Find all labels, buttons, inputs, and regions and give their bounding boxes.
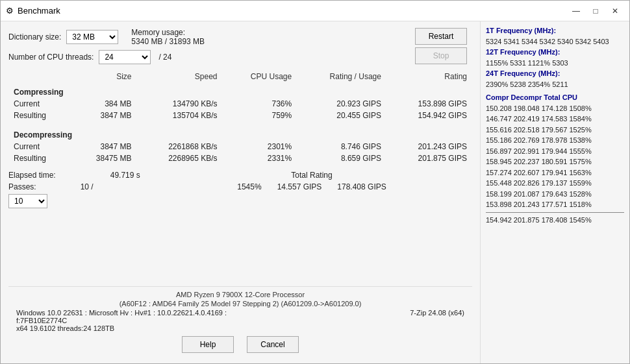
col-rating-usage: Rating / Usage bbox=[297, 71, 386, 82]
passes-label: Passes: bbox=[8, 182, 36, 191]
total-rating-gips1: 14.557 GIPS bbox=[277, 182, 322, 191]
freq-1t-title: 1T Frequency (MHz): bbox=[486, 25, 624, 36]
right-table-header: Compr Decompr Total CPU bbox=[486, 92, 624, 103]
dictionary-select[interactable]: 32 MB 1 MB 64 MB bbox=[66, 30, 118, 44]
passes-row: Passes: 10 / bbox=[8, 182, 151, 191]
total-rating-pct: 1545% bbox=[237, 182, 261, 191]
dictionary-row: Dictionary size: 32 MB 1 MB 64 MB Memory… bbox=[8, 28, 205, 46]
total-rating-gips2: 178.408 GIPS bbox=[337, 182, 386, 191]
table-row: Resulting38475 MB2268965 KB/s2331%8.659 … bbox=[8, 152, 472, 164]
table-row: Resulting3847 MB135704 KB/s759%20.455 GI… bbox=[8, 110, 472, 121]
close-button[interactable]: ✕ bbox=[606, 4, 624, 18]
list-item: 156.897 202.991 179.944 1555% bbox=[486, 146, 624, 157]
title-bar: ⚙ Benchmark — □ ✕ bbox=[1, 1, 629, 21]
freq-24t-vals: 2390% 5238 2354% 5211 bbox=[486, 79, 624, 90]
dictionary-label: Dictionary size: bbox=[8, 32, 61, 42]
passes-value: 10 / bbox=[81, 182, 94, 191]
col-rating: Rating bbox=[386, 71, 472, 82]
sys-info-line5: x64 19.6102 threads:24 128TB bbox=[16, 324, 464, 332]
list-item: 155.448 202.826 179.137 1559% bbox=[486, 178, 624, 189]
passes-select-row: 10 1 2 5 bbox=[8, 194, 151, 208]
memory-usage-value: 5340 MB / 31893 MB bbox=[131, 37, 205, 46]
freq-12t-title: 12T Frequency (MHz): bbox=[486, 47, 624, 58]
footer-buttons: Help Cancel bbox=[16, 336, 464, 353]
minimize-button[interactable]: — bbox=[567, 4, 585, 18]
compressing-section-header: Compressing bbox=[8, 82, 472, 98]
sys-info-line2: (A60F12 : AMD64 Family 25 Model 97 Stepp… bbox=[16, 300, 464, 308]
memory-usage-label: Memory usage: bbox=[131, 28, 205, 37]
freq-24t-title: 24T Frequency (MHz): bbox=[486, 68, 624, 79]
right-data-rows: 150.208 198.048 174.128 1508%146.747 202… bbox=[486, 103, 624, 210]
title-bar-controls: — □ ✕ bbox=[567, 4, 624, 18]
elapsed-row: Elapsed time: 49.719 s bbox=[8, 171, 151, 180]
maximize-button[interactable]: □ bbox=[586, 4, 605, 18]
cpu-threads-label: Number of CPU threads: bbox=[8, 53, 94, 62]
passes-select[interactable]: 10 1 2 5 bbox=[8, 194, 47, 208]
cpu-threads-suffix: / 24 bbox=[158, 53, 171, 62]
col-size: Size bbox=[70, 71, 136, 82]
sys-info-line4: f:7FB10E2774C bbox=[16, 317, 464, 324]
right-total-row: 154.942 201.875 178.408 1545% bbox=[486, 215, 624, 226]
right-separator bbox=[486, 212, 624, 213]
cancel-button[interactable]: Cancel bbox=[247, 336, 299, 353]
list-item: 155.616 202.518 179.567 1525% bbox=[486, 125, 624, 136]
restart-button[interactable]: Restart bbox=[415, 28, 467, 45]
list-item: 153.898 201.243 177.571 1518% bbox=[486, 199, 624, 210]
table-row: Current3847 MB2261868 KB/s2301%8.746 GIP… bbox=[8, 141, 472, 152]
benchmark-table: Size Speed CPU Usage Rating / Usage Rati… bbox=[8, 71, 472, 164]
title-bar-left: ⚙ Benchmark bbox=[6, 6, 60, 16]
stop-button[interactable]: Stop bbox=[415, 47, 467, 64]
list-item: 157.274 202.607 179.941 1563% bbox=[486, 167, 624, 178]
list-item: 146.747 202.419 174.583 1584% bbox=[486, 114, 624, 125]
list-item: 150.208 198.048 174.128 1508% bbox=[486, 103, 624, 114]
elapsed-value: 49.719 s bbox=[110, 171, 140, 180]
help-button[interactable]: Help bbox=[182, 336, 234, 353]
right-panel: 1T Frequency (MHz): 5324 5341 5344 5342 … bbox=[480, 21, 629, 363]
sys-info-line3-left: Windows 10.0 22631 : Microsoft Hv : Hv#1… bbox=[16, 309, 227, 317]
list-item: 155.186 202.769 178.978 1538% bbox=[486, 135, 624, 146]
freq-1t-vals: 5324 5341 5344 5342 5340 5342 5403 bbox=[486, 36, 624, 47]
freq-12t-vals: 1155% 5331 1121% 5303 bbox=[486, 58, 624, 69]
window-icon: ⚙ bbox=[6, 6, 14, 16]
list-item: 158.945 202.237 180.591 1575% bbox=[486, 156, 624, 167]
main-content: Dictionary size: 32 MB 1 MB 64 MB Memory… bbox=[1, 21, 629, 363]
cpu-threads-select[interactable]: 24 bbox=[99, 50, 151, 64]
elapsed-label: Elapsed time: bbox=[8, 171, 56, 180]
col-speed: Speed bbox=[137, 71, 223, 82]
total-rating-label: Total Rating bbox=[291, 171, 332, 180]
bottom-info: AMD Ryzen 9 7900X 12-Core Processor (A60… bbox=[8, 286, 472, 357]
sys-info-line1: AMD Ryzen 9 7900X 12-Core Processor bbox=[16, 291, 464, 298]
decompressing-section-header: Decompressing bbox=[8, 125, 472, 141]
window-title: Benchmark bbox=[18, 6, 60, 16]
main-panel: Dictionary size: 32 MB 1 MB 64 MB Memory… bbox=[1, 21, 480, 363]
col-cpu: CPU Usage bbox=[223, 71, 297, 82]
list-item: 158.199 201.087 179.643 1528% bbox=[486, 189, 624, 200]
total-rating-values: 1545% 14.557 GIPS 178.408 GIPS bbox=[237, 182, 386, 191]
cpu-threads-row: Number of CPU threads: 24 / 24 bbox=[8, 50, 205, 64]
col-name bbox=[8, 71, 70, 82]
table-row: Current384 MB134790 KB/s736%20.923 GIPS1… bbox=[8, 98, 472, 110]
benchmark-window: ⚙ Benchmark — □ ✕ Dictionary size: 32 MB… bbox=[0, 0, 630, 364]
sys-info-line3-right: 7-Zip 24.08 (x64) bbox=[410, 309, 464, 317]
